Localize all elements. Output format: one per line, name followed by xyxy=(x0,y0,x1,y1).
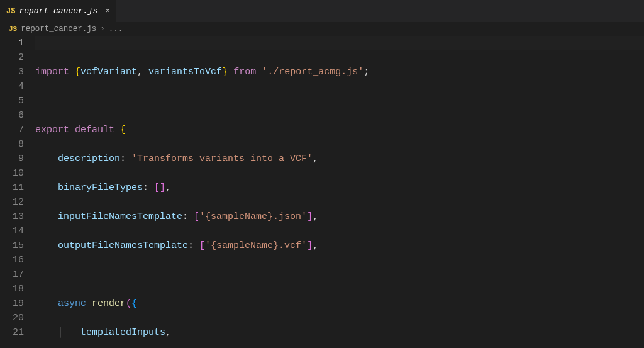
line-number: 15 xyxy=(0,239,24,253)
code-line[interactable]: export default { xyxy=(35,123,644,137)
code-line[interactable]: │ xyxy=(35,267,644,282)
code-editor[interactable]: 1 2 3 4 5 6 7 8 9 10 11 12 13 14 15 16 1… xyxy=(0,36,644,348)
breadcrumb-filename: report_cancer.js xyxy=(21,25,96,33)
line-number: 18 xyxy=(0,282,24,296)
line-number: 21 xyxy=(0,325,24,340)
line-number: 9 xyxy=(0,152,24,166)
code-line[interactable]: │ outputFileNamesTemplate: ['{sampleName… xyxy=(35,239,644,253)
line-number: 16 xyxy=(0,253,24,267)
line-number: 12 xyxy=(0,195,24,210)
breadcrumb[interactable]: JS report_cancer.js › ... xyxy=(0,22,644,36)
line-number: 4 xyxy=(0,79,24,94)
code-line[interactable]: │ async render({ xyxy=(35,296,644,311)
line-number: 8 xyxy=(0,137,24,152)
line-number: 5 xyxy=(0,94,24,108)
line-number: 17 xyxy=(0,267,24,282)
line-number: 3 xyxy=(0,65,24,79)
tab-filename: report_cancer.js xyxy=(19,6,97,16)
editor-tab[interactable]: JS report_cancer.js × xyxy=(0,0,117,22)
line-number: 19 xyxy=(0,296,24,311)
line-number: 7 xyxy=(0,123,24,137)
line-number: 2 xyxy=(0,50,24,65)
line-number: 1 xyxy=(0,36,24,50)
line-number: 11 xyxy=(0,181,24,195)
line-number: 6 xyxy=(0,108,24,123)
code-line[interactable]: │ description: 'Transforms variants into… xyxy=(35,152,644,166)
line-number-gutter: 1 2 3 4 5 6 7 8 9 10 11 12 13 14 15 16 1… xyxy=(0,36,35,348)
line-number: 14 xyxy=(0,224,24,239)
code-content[interactable]: import {vcfVariant, variantsToVcf} from … xyxy=(35,36,644,348)
code-line[interactable]: │ binaryFileTypes: [], xyxy=(35,181,644,195)
line-number: 13 xyxy=(0,210,24,224)
code-line[interactable]: │ │ templatedInputs, xyxy=(35,325,644,340)
close-icon[interactable]: × xyxy=(105,6,110,16)
code-line[interactable]: import {vcfVariant, variantsToVcf} from … xyxy=(35,65,644,79)
js-file-icon: JS xyxy=(6,7,15,16)
js-file-icon: JS xyxy=(9,25,17,33)
code-line[interactable]: │ inputFileNamesTemplate: ['{sampleName}… xyxy=(35,210,644,224)
tab-bar: JS report_cancer.js × xyxy=(0,0,644,22)
line-number: 20 xyxy=(0,311,24,325)
code-line[interactable] xyxy=(35,94,644,108)
chevron-right-icon: › xyxy=(100,25,105,33)
breadcrumb-more: ... xyxy=(109,25,123,33)
line-number: 10 xyxy=(0,166,24,181)
